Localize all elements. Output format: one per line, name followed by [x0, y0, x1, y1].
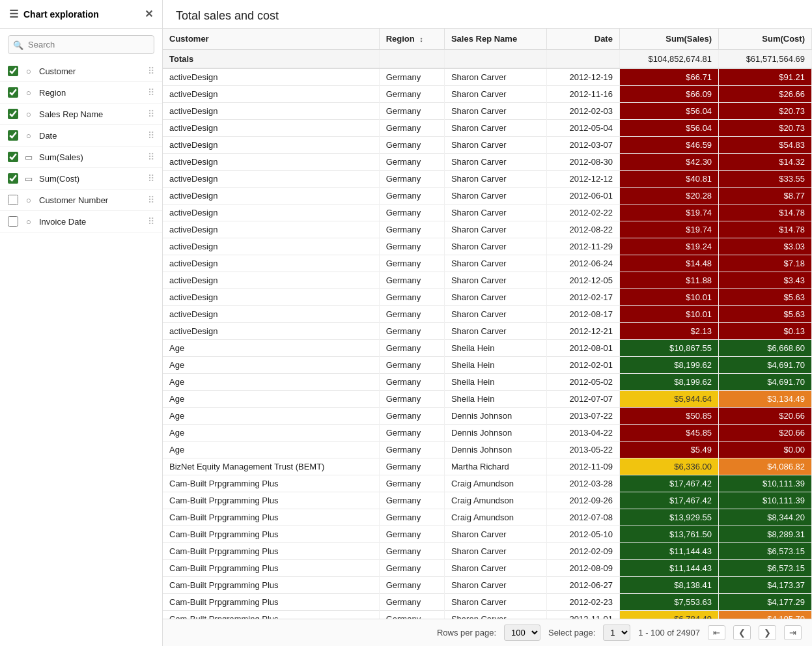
checkbox-region[interactable] [8, 87, 18, 98]
cell-sales: $50.85 [619, 408, 718, 425]
cell-rep: Sharon Carver [444, 526, 546, 543]
cell-rep: Sharon Carver [444, 594, 546, 611]
label-sales-rep-name: Sales Rep Name [39, 109, 143, 119]
drag-handle-sales-rep-name[interactable]: ⠿ [148, 109, 154, 119]
label-customer: Customer [39, 66, 143, 76]
cell-region: Germany [379, 86, 444, 103]
close-icon[interactable]: ✕ [145, 8, 153, 20]
cell-date: 2012-12-12 [546, 171, 619, 188]
sidebar-item-sales-rep-name[interactable]: ○Sales Rep Name⠿ [0, 104, 162, 125]
last-page-button[interactable]: ⇥ [784, 625, 802, 640]
checkbox-customer[interactable] [8, 66, 18, 76]
checkbox-customer-number[interactable] [8, 195, 18, 205]
cell-region: Germany [379, 323, 444, 340]
sidebar-item-date[interactable]: ○Date⠿ [0, 125, 162, 147]
col-sales-rep[interactable]: Sales Rep Name [444, 29, 546, 49]
cell-date: 2012-11-29 [546, 238, 619, 255]
cell-sales: $42.30 [619, 154, 718, 171]
cell-region: Germany [379, 577, 444, 594]
col-date[interactable]: Date [546, 29, 619, 49]
prev-page-button[interactable]: ❮ [733, 625, 751, 640]
cell-cost: $0.00 [719, 442, 812, 458]
cell-date: 2012-12-19 [546, 68, 619, 86]
cell-region: Germany [379, 475, 444, 492]
col-region[interactable]: Region ↕ [379, 29, 444, 49]
cell-rep: Sharon Carver [444, 323, 546, 340]
checkbox-date[interactable] [8, 130, 18, 141]
sidebar-item-invoice-date[interactable]: ○Invoice Date⠿ [0, 211, 162, 232]
cell-region: Germany [379, 68, 444, 86]
cell-sales: $40.81 [619, 171, 718, 188]
cell-cost: $20.73 [719, 103, 812, 120]
cell-region: Germany [379, 543, 444, 560]
table-row: Age Germany Sheila Hein 2012-05-02 $8,19… [163, 374, 812, 391]
cell-customer: Age [163, 408, 379, 425]
table-row: Age Germany Dennis Johnson 2013-07-22 $5… [163, 408, 812, 425]
search-icon: 🔍 [13, 40, 23, 49]
sidebar-header-left: ☰ Chart exploration [9, 8, 99, 20]
cell-sales: $56.04 [619, 103, 718, 120]
cell-date: 2013-05-22 [546, 442, 619, 458]
drag-handle-region[interactable]: ⠿ [148, 87, 154, 98]
drag-handle-customer-number[interactable]: ⠿ [148, 195, 154, 205]
sidebar-item-sum-sales[interactable]: ▭Sum(Sales)⠿ [0, 147, 162, 168]
data-table: Customer Region ↕ Sales Rep Name Date Su… [163, 29, 812, 619]
cell-cost: $20.66 [719, 408, 812, 425]
cell-rep: Craig Amundson [444, 475, 546, 492]
table-row: Cam-Built Prpgramming Plus Germany Craig… [163, 475, 812, 492]
first-page-button[interactable]: ⇤ [708, 625, 725, 640]
cell-cost: $4,691.70 [719, 374, 812, 391]
sidebar-item-customer[interactable]: ○Customer⠿ [0, 61, 162, 82]
rows-per-page-select[interactable]: 100 50 25 [504, 625, 540, 641]
drag-handle-sum-cost[interactable]: ⠿ [148, 173, 154, 184]
drag-handle-date[interactable]: ⠿ [148, 130, 154, 141]
cell-cost: $4,086.82 [719, 458, 812, 475]
cell-cost: $0.13 [719, 323, 812, 340]
col-sum-cost[interactable]: Sum(Cost) [719, 29, 812, 49]
cell-region: Germany [379, 594, 444, 611]
cell-sales: $6,784.49 [619, 611, 718, 619]
checkbox-sum-cost[interactable] [8, 173, 18, 184]
cell-date: 2012-08-22 [546, 221, 619, 238]
cell-cost: $4,173.37 [719, 577, 812, 594]
cell-date: 2012-05-02 [546, 374, 619, 391]
label-customer-number: Customer Number [39, 195, 143, 205]
cell-cost: $33.55 [719, 171, 812, 188]
col-sum-sales[interactable]: Sum(Sales) [619, 29, 718, 49]
cell-sales: $13,929.55 [619, 509, 718, 526]
cell-region: Germany [379, 526, 444, 543]
next-page-button[interactable]: ❯ [759, 625, 776, 640]
icon-date: ○ [23, 131, 34, 141]
cell-customer: Cam-Built Prpgramming Plus [163, 611, 379, 619]
cell-date: 2012-05-04 [546, 120, 619, 137]
sidebar-item-region[interactable]: ○Region⠿ [0, 82, 162, 104]
cell-date: 2012-06-01 [546, 188, 619, 204]
cell-region: Germany [379, 238, 444, 255]
cell-region: Germany [379, 171, 444, 188]
drag-handle-customer[interactable]: ⠿ [148, 66, 154, 76]
select-page-select[interactable]: 1 [603, 625, 630, 641]
cell-rep: Sharon Carver [444, 68, 546, 86]
cell-customer: activeDesign [163, 306, 379, 323]
cell-sales: $13,761.50 [619, 526, 718, 543]
search-input[interactable] [8, 35, 154, 54]
cell-customer: activeDesign [163, 272, 379, 289]
cell-customer: activeDesign [163, 137, 379, 154]
checkbox-sales-rep-name[interactable] [8, 109, 18, 119]
cell-region: Germany [379, 408, 444, 425]
checkbox-invoice-date[interactable] [8, 216, 18, 227]
col-customer[interactable]: Customer [163, 29, 379, 49]
drag-handle-sum-sales[interactable]: ⠿ [148, 152, 154, 162]
table-container[interactable]: Customer Region ↕ Sales Rep Name Date Su… [163, 29, 812, 619]
drag-handle-invoice-date[interactable]: ⠿ [148, 216, 154, 227]
checkbox-sum-sales[interactable] [8, 152, 18, 162]
cell-customer: Cam-Built Prpgramming Plus [163, 543, 379, 560]
table-row: Cam-Built Prpgramming Plus Germany Sharo… [163, 526, 812, 543]
table-row: activeDesign Germany Sharon Carver 2012-… [163, 204, 812, 221]
sidebar-item-sum-cost[interactable]: ▭Sum(Cost)⠿ [0, 168, 162, 190]
cell-sales: $10.01 [619, 306, 718, 323]
cell-region: Germany [379, 221, 444, 238]
table-row: activeDesign Germany Sharon Carver 2012-… [163, 323, 812, 340]
sidebar-item-customer-number[interactable]: ○Customer Number⠿ [0, 190, 162, 211]
cell-rep: Dennis Johnson [444, 408, 546, 425]
